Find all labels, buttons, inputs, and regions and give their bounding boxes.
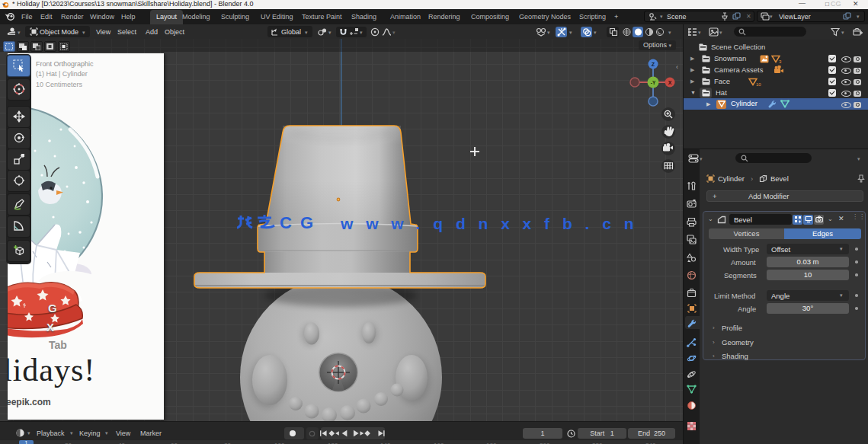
svg-text:-Y: -Y — [651, 80, 656, 85]
svg-text:Z: Z — [652, 62, 655, 67]
svg-text:‹: ‹ — [676, 63, 678, 71]
svg-text:lidays!: lidays! — [8, 353, 95, 388]
svg-text:X: X — [668, 80, 672, 85]
svg-text:eepik.com: eepik.com — [8, 397, 51, 407]
